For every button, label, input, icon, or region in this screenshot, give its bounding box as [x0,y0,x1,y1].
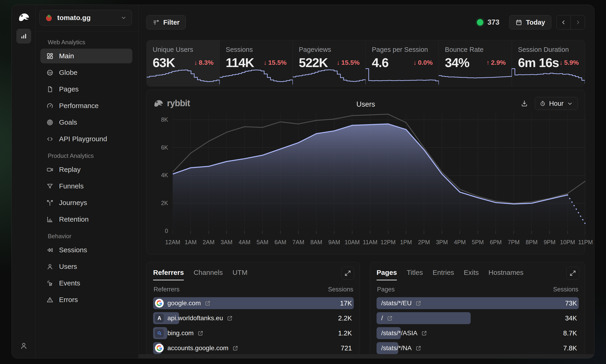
sidebar-item-journeys[interactable]: Journeys [40,195,132,210]
row-label: google.com [167,299,201,307]
filter-button[interactable]: Filter [147,15,186,29]
dashboard-icon [46,52,54,60]
stat-sparkline [512,67,585,86]
analytics-rail-button[interactable] [16,29,31,44]
external-link-icon[interactable] [415,300,421,306]
video-icon [46,166,54,173]
sidebar-item-main[interactable]: Main [40,49,132,63]
table-row[interactable]: accounts.google.com721 [153,342,354,354]
filter-plus-icon [153,19,160,26]
horizontal-scrollbar[interactable] [139,354,594,358]
table-row[interactable]: Aapi.worldoftanks.eu2.2K [153,312,354,324]
table-row[interactable]: /stats/*/NA7.8K [377,342,579,354]
table-row[interactable]: /stats/*/EU73K [377,297,579,309]
external-link-icon[interactable] [232,345,238,351]
prev-period-button[interactable] [557,15,571,29]
user-round-icon[interactable] [20,342,28,350]
stat-label: Pages per Session [372,46,433,53]
bing-favicon [155,329,164,338]
stat-card-session-duration[interactable]: Session Duration6m 16s↓5.9% [512,40,585,86]
tab-exits[interactable]: Exits [464,269,479,280]
external-link-icon[interactable] [415,345,421,351]
referrers-table-header: Referrers Sessions [154,286,353,293]
live-user-count: 373 [487,18,499,26]
row-value: 34K [565,314,579,322]
tab-referrers[interactable]: Referrers [153,269,184,280]
external-link-icon[interactable] [387,315,393,321]
referrers-panel: ReferrersChannelsUTM Referrers Sessions … [147,262,360,358]
table-row[interactable]: google.com17K [153,297,354,309]
stat-card-sessions[interactable]: Sessions114K↓15.5% [220,40,293,86]
live-users-indicator: 373 [477,18,499,26]
nav-section-label: Web Analytics [48,39,132,46]
icon-rail [12,5,36,358]
arrow-down-icon: ↓ [194,59,197,66]
sidebar-item-replay[interactable]: Replay [40,162,132,177]
pages-panel: PagesTitlesEntriesExitsHostnames Pages S… [370,262,585,358]
pages-col-value: Sessions [553,286,578,293]
stat-card-pageviews[interactable]: Pageviews522K↓15.5% [293,40,366,86]
tomato-favicon-icon [45,13,53,22]
external-link-icon[interactable] [421,330,427,336]
chevron-left-icon [561,19,566,25]
interval-label: Hour [549,100,564,107]
sidebar-item-globe[interactable]: Globe [40,65,132,80]
date-range-button[interactable]: Today [509,15,551,29]
y-axis-tick: 2K [151,200,168,207]
stats-row: Unique Users63K↓8.3%Sessions114K↓15.5%Pa… [147,40,585,86]
sidebar-item-goals[interactable]: Goals [40,115,132,130]
pages-rows: /stats/*/EU73K/34K/stats/*/ASIA8.7K/stat… [377,297,579,358]
stat-card-bounce-rate[interactable]: Bounce Rate34%↑2.9% [439,40,512,86]
external-link-icon[interactable] [204,300,211,306]
table-row[interactable]: /stats/*/ASIA8.7K [377,327,579,339]
stat-card-unique-users[interactable]: Unique Users63K↓8.3% [147,40,220,86]
table-row[interactable]: /34K [377,312,579,324]
external-link-icon[interactable] [197,330,204,336]
table-row[interactable]: bing.com1.2K [153,327,354,339]
users-chart-plot[interactable]: 02K4K6K8K12AM1AM2AM3AM4AM5AM6AM7AM8AM9AM… [173,113,585,237]
sidebar-item-users[interactable]: Users [40,259,132,274]
tab-pages[interactable]: Pages [377,269,397,280]
sidebar-item-pages[interactable]: Pages [40,82,132,97]
sidebar-item-errors[interactable]: Errors [40,292,132,307]
sidebar-item-label: Errors [59,296,78,304]
main-content: Filter 373 Today Unique Users63K↓8.3%Ses… [139,5,594,358]
sidebar-item-performance[interactable]: Performance [40,98,132,113]
expand-icon [570,270,576,276]
stat-card-pages-per-session[interactable]: Pages per Session4.6↓0.0% [366,40,439,86]
external-link-icon[interactable] [227,315,233,321]
pointer-spark-icon [46,280,54,287]
tab-hostnames[interactable]: Hostnames [488,269,524,280]
tab-titles[interactable]: Titles [406,269,423,280]
interval-select[interactable]: Hour [535,97,578,110]
row-label: api.worldoftanks.eu [167,314,223,322]
sidebar-item-api-playground[interactable]: API Playground [40,131,132,146]
sidebar-item-sessions[interactable]: Sessions [40,243,132,257]
sidebar-item-label: Globe [59,69,78,77]
next-period-button[interactable] [571,15,585,29]
globe-icon [46,69,54,76]
expand-pages-button[interactable] [566,267,579,280]
site-selector[interactable]: tomato.gg [40,10,132,26]
tab-entries[interactable]: Entries [432,269,454,280]
stat-change: ↓15.5% [264,59,286,66]
sidebar-nav: Web AnalyticsMainGlobePagesPerformanceGo… [36,32,138,309]
row-value: 2.2K [338,314,354,322]
tab-utm[interactable]: UTM [232,269,247,280]
expand-referrers-button[interactable] [341,267,354,280]
download-icon[interactable] [520,100,528,107]
tab-channels[interactable]: Channels [193,269,223,280]
sidebar-item-events[interactable]: Events [40,276,132,290]
arrow-down-icon: ↓ [337,59,340,66]
chart-title: Users [147,100,585,108]
sidebar-item-retention[interactable]: Retention [40,212,132,227]
row-value: 7.8K [563,344,579,352]
sidebar-item-funnels[interactable]: Funnels [40,179,132,194]
row-label: accounts.google.com [167,344,229,352]
referrers-col-value: Sessions [328,286,353,293]
chart-bars-icon [46,216,54,223]
pages-tabs: PagesTitlesEntriesExitsHostnames [377,267,579,280]
stat-label: Session Duration [518,46,580,53]
row-value: 17K [340,299,354,307]
date-range-label: Today [526,19,545,26]
